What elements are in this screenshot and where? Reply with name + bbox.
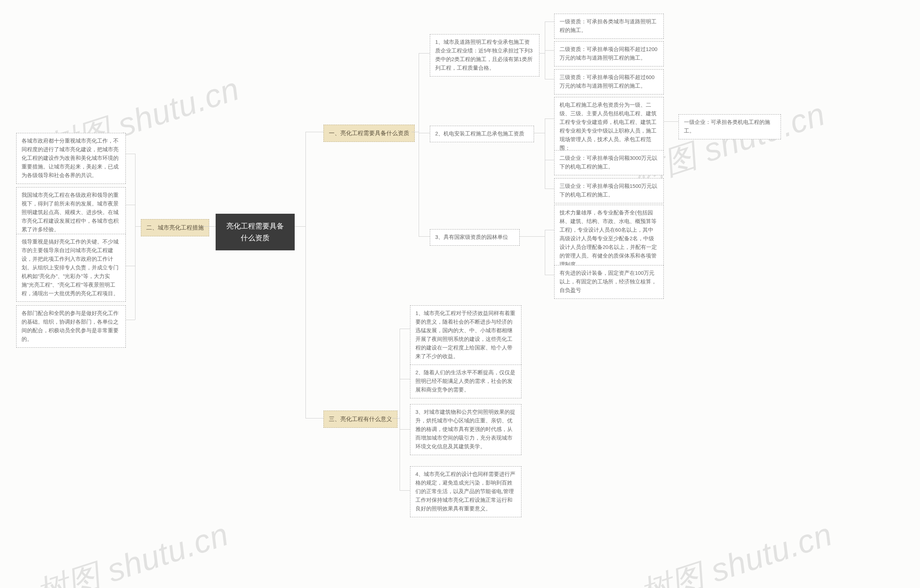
b3-node-4[interactable]: 4、城市亮化工程的设计也同样需要进行严格的规定，避免造成光污染，影响到百姓们的正…: [410, 466, 522, 517]
connector: [545, 118, 554, 119]
b3-node-1[interactable]: 1、城市亮化工程对于经济效益同样有着重要的意义，随着社会的不断进步与经济的迅猛发…: [410, 305, 522, 365]
connector: [400, 329, 400, 490]
b2-node-3[interactable]: 领导重视是搞好亮化工作的关键。不少城市的主要领导亲自过问城市亮化工程建设，并把此…: [16, 234, 126, 302]
b3-node-2[interactable]: 2、随着人们的生活水平不断提高，仅仅是照明已经不能满足人类的需求，社会的发展和商…: [410, 365, 522, 398]
watermark: 树图 shutu.cn: [31, 512, 234, 588]
connector: [545, 21, 554, 22]
connector: [295, 226, 306, 227]
branch-1[interactable]: 一、亮化工程需要具备什么资质: [324, 124, 415, 142]
b3-node-3[interactable]: 3、对城市建筑物和公共空间照明效果的提升，烘托城市中心区域的庄重、亲切、优雅的格…: [410, 404, 522, 455]
connector: [545, 189, 554, 189]
b1-node-1[interactable]: 1、城市及道路照明工程专业承包施工资质企业工程业绩：近5年独立承担过下列3类中的…: [430, 34, 539, 76]
connector: [392, 418, 400, 418]
b2-node-4[interactable]: 各部门配合和全民的参与是做好亮化工作的基础。组织，协调好各部门，各单位之间的配合…: [16, 305, 126, 348]
connector: [545, 275, 554, 275]
branch-2[interactable]: 二、城市亮化工程措施: [141, 219, 209, 236]
connector: [126, 266, 135, 266]
watermark: 树图 shutu.cn: [634, 512, 838, 588]
connector: [135, 226, 141, 227]
branch-3[interactable]: 三、亮化工程有什么意义: [324, 410, 397, 428]
b1-n1-child-3[interactable]: 三级资质：可承担单项合同额不超过600万元的城市与道路照明工程的施工。: [554, 69, 664, 94]
b1-n1-child-1[interactable]: 一级资质：可承担各类城市与道路照明工程的施工。: [554, 14, 664, 39]
b1-n3-child-2[interactable]: 有先进的设计装备，固定资产在100万元以上，有固定的工场所，经济独立核算，自负盈…: [554, 265, 664, 299]
connector: [202, 226, 215, 227]
connector: [126, 205, 135, 205]
connector: [545, 230, 554, 230]
connector: [126, 154, 135, 154]
b1-n1-child-2[interactable]: 二级资质：可承担单项合同额不超过1200万元的城市与道路照明工程的施工。: [554, 41, 664, 66]
connector: [126, 320, 135, 320]
b1-n2-child-1[interactable]: 机电工程施工总承包资质分为一级、二级、三级。主要人员包括机电工程、建筑工程专业专…: [554, 97, 664, 157]
connector: [419, 53, 430, 53]
connector: [411, 132, 419, 132]
b1-n3-child-1[interactable]: 技术力量雄厚，各专业配备齐全(包括园林、建筑、结构、市政、水电、概预算等工程)，…: [554, 205, 664, 273]
connector: [539, 53, 545, 53]
connector: [545, 230, 545, 275]
connector: [400, 329, 410, 329]
connector: [520, 236, 545, 237]
b1-n2-child-3[interactable]: 三级企业：可承担单项合同额1500万元以下的机电工程的施工。: [554, 178, 664, 203]
connector: [545, 50, 554, 51]
mindmap-canvas: 树图 shutu.cn 树图 shutu.cn 树图 shutu.cn 树图 s…: [0, 0, 920, 588]
connector: [400, 379, 410, 379]
root-node[interactable]: 亮化工程需要具备什么资质: [215, 214, 295, 250]
b1-n2-child-2[interactable]: 二级企业：可承担单项合同额3000万元以下的机电工程的施工。: [554, 150, 664, 175]
connector: [306, 132, 324, 132]
connector: [534, 133, 545, 133]
connector: [135, 154, 136, 320]
b2-node-2[interactable]: 我国城市亮化工程在各级政府和领导的重视下，得到了前所未有的发展。城市夜景照明建筑…: [16, 187, 126, 238]
connector: [306, 418, 324, 418]
connector: [400, 429, 410, 430]
b1-node-2[interactable]: 2、机电安装工程施工总承包施工资质: [430, 126, 534, 142]
b1-n2-c1-child[interactable]: 一级企业：可承担各类机电工程的施工。: [679, 114, 781, 139]
connector: [419, 236, 430, 237]
connector: [545, 118, 545, 189]
connector: [545, 79, 554, 79]
connector: [419, 133, 430, 133]
b1-node-3[interactable]: 3、具有国家级资质的园林单位: [430, 229, 520, 246]
connector: [400, 490, 410, 491]
connector: [664, 121, 679, 122]
connector: [419, 53, 419, 236]
b2-node-1[interactable]: 各城市政府都十分重视城市亮化工作，不同程度的进行了城市亮化建设，把城市亮化工程的…: [16, 133, 126, 184]
connector: [545, 160, 554, 160]
